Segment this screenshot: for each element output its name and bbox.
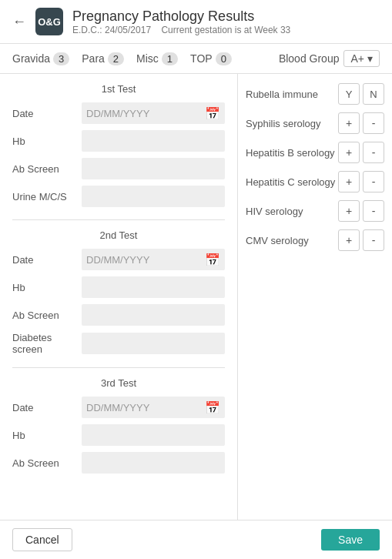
tab-para-value: 2 [108, 52, 124, 65]
logo: O&G [35, 8, 63, 35]
tab-top[interactable]: TOP 0 [190, 52, 232, 65]
serology-row-hepatitis-c: Hepatitis C serology + - [246, 171, 384, 192]
tab-para-label: Para [82, 52, 105, 65]
right-panel: Rubella immune Y N Syphilis serology + -… [238, 74, 392, 520]
header-subtitle: E.D.C.: 24/05/2017 Current gestation is … [72, 25, 290, 35]
hiv-plus-button[interactable]: + [338, 200, 360, 222]
serology-row-rubella: Rubella immune Y N [246, 83, 384, 105]
back-button[interactable]: ← [12, 14, 26, 30]
field-row: Ab Screen [12, 452, 225, 474]
date-input-3[interactable]: DD/MM/YYYY 📅 [82, 397, 225, 418]
hepatitis-b-plus-button[interactable]: + [338, 142, 360, 163]
gestation-label: Current gestation is at Week 33 [161, 25, 290, 35]
serology-row-syphilis: Syphilis serology + - [246, 112, 384, 134]
serology-row-hepatitis-b: Hepatitis B serology + - [246, 142, 384, 163]
chevron-down-icon: ▾ [367, 52, 373, 65]
tab-misc-value: 1 [162, 52, 178, 65]
second-test-section: 2nd Test Date DD/MM/YYYY 📅 Hb Ab Screen [12, 220, 225, 368]
left-panel: 1st Test Date DD/MM/YYYY 📅 Hb Ab Screen [0, 74, 238, 520]
third-test-title: 3rd Test [12, 377, 225, 389]
serology-row-hiv: HIV serology + - [246, 200, 384, 222]
cmv-plus-button[interactable]: + [338, 229, 360, 251]
hb-label-3: Hb [12, 430, 82, 441]
abscreen-label-3: Ab Screen [12, 457, 82, 469]
hepatitis-b-buttons: + - [338, 142, 384, 163]
tab-top-value: 0 [216, 52, 232, 65]
hb-input-2[interactable] [82, 276, 225, 298]
rubella-n-button[interactable]: N [363, 83, 384, 105]
second-test-title: 2nd Test [12, 229, 225, 241]
calendar-icon-1: 📅 [205, 106, 220, 121]
cmv-minus-button[interactable]: - [363, 229, 384, 251]
field-row: Ab Screen [12, 304, 225, 326]
field-row: Hb [12, 276, 225, 298]
field-row: Ab Screen [12, 158, 225, 179]
field-row: Diabetes screen [12, 332, 225, 355]
app-container: ← O&G Pregnancy Pathology Results E.D.C.… [0, 0, 392, 559]
blood-group-value: A+ [350, 52, 364, 65]
blood-group-label: Blood Group [279, 52, 340, 65]
date-input-1[interactable]: DD/MM/YYYY 📅 [82, 102, 225, 124]
diabetes-label: Diabetes screen [12, 332, 82, 355]
syphilis-plus-button[interactable]: + [338, 112, 360, 134]
hb-label-2: Hb [12, 282, 82, 293]
hiv-minus-button[interactable]: - [363, 200, 384, 222]
save-button[interactable]: Save [321, 529, 380, 551]
hb-input-1[interactable] [82, 130, 225, 152]
field-row: Hb [12, 424, 225, 446]
tabs-row: Gravida 3 Para 2 Misc 1 TOP 0 Blood Grou… [0, 44, 392, 74]
syphilis-minus-button[interactable]: - [363, 112, 384, 134]
urine-label-1: Urine M/C/S [12, 191, 82, 203]
abscreen-input-2[interactable] [82, 304, 225, 326]
tab-misc[interactable]: Misc 1 [136, 52, 178, 65]
hepatitis-c-buttons: + - [338, 171, 384, 192]
tab-gravida-label: Gravida [12, 52, 50, 65]
calendar-icon-3: 📅 [205, 400, 220, 415]
hiv-buttons: + - [338, 200, 384, 222]
hepatitis-b-minus-button[interactable]: - [363, 142, 384, 163]
main-content: 1st Test Date DD/MM/YYYY 📅 Hb Ab Screen [0, 74, 392, 520]
syphilis-label: Syphilis serology [246, 118, 338, 129]
calendar-icon-2: 📅 [205, 253, 220, 267]
date-label-2: Date [12, 254, 82, 266]
urine-input-1[interactable] [82, 186, 225, 207]
tab-gravida[interactable]: Gravida 3 [12, 52, 69, 65]
date-placeholder-1: DD/MM/YYYY [86, 108, 149, 119]
first-test-section: 1st Test Date DD/MM/YYYY 📅 Hb Ab Screen [12, 74, 225, 220]
date-input-2[interactable]: DD/MM/YYYY 📅 [82, 249, 225, 270]
field-row: Hb [12, 130, 225, 152]
edc-label: E.D.C.: 24/05/2017 [72, 25, 151, 35]
hb-label-1: Hb [12, 136, 82, 147]
tab-para[interactable]: Para 2 [82, 52, 124, 65]
tab-top-label: TOP [190, 52, 213, 65]
header-text: Pregnancy Pathology Results E.D.C.: 24/0… [72, 8, 290, 35]
header: ← O&G Pregnancy Pathology Results E.D.C.… [0, 0, 392, 44]
cmv-buttons: + - [338, 229, 384, 251]
blood-group-dropdown[interactable]: A+ ▾ [343, 50, 380, 67]
first-test-title: 1st Test [12, 83, 225, 95]
hb-input-3[interactable] [82, 424, 225, 446]
diabetes-input[interactable] [82, 333, 225, 354]
date-label-3: Date [12, 402, 82, 413]
hepatitis-c-plus-button[interactable]: + [338, 171, 360, 192]
abscreen-label-2: Ab Screen [12, 310, 82, 321]
footer: Cancel Save [0, 520, 392, 559]
date-label-1: Date [12, 108, 82, 119]
abscreen-input-1[interactable] [82, 158, 225, 179]
syphilis-buttons: + - [338, 112, 384, 134]
date-placeholder-3: DD/MM/YYYY [86, 402, 149, 413]
hiv-label: HIV serology [246, 206, 338, 217]
rubella-y-button[interactable]: Y [338, 83, 360, 105]
cancel-button[interactable]: Cancel [12, 528, 72, 551]
tab-misc-label: Misc [136, 52, 159, 65]
field-row: Date DD/MM/YYYY 📅 [12, 397, 225, 418]
blood-group-section: Blood Group A+ ▾ [279, 50, 380, 67]
third-test-section: 3rd Test Date DD/MM/YYYY 📅 Hb Ab Screen [12, 368, 225, 486]
field-row: Urine M/C/S [12, 186, 225, 207]
cmv-label: CMV serology [246, 235, 338, 246]
abscreen-input-3[interactable] [82, 452, 225, 474]
tab-gravida-value: 3 [53, 52, 69, 65]
hepatitis-c-label: Hepatitis C serology [246, 176, 338, 188]
rubella-buttons: Y N [338, 83, 384, 105]
hepatitis-c-minus-button[interactable]: - [363, 171, 384, 192]
